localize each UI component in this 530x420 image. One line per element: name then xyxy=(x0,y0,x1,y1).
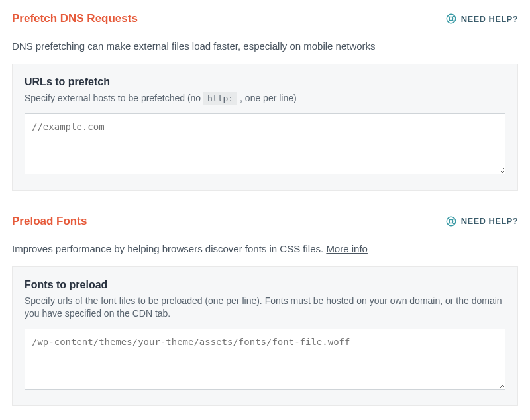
preload-panel-desc: Specify urls of the font files to be pre… xyxy=(25,295,505,321)
svg-line-9 xyxy=(452,218,454,220)
svg-point-7 xyxy=(449,219,452,223)
prefetch-dns-section: Prefetch DNS Requests NEED HELP? DNS pre… xyxy=(12,12,518,191)
prefetch-desc-after: , one per line) xyxy=(240,93,297,103)
prefetch-description: DNS prefetching can make external files … xyxy=(12,40,518,52)
preload-panel: Fonts to preload Specify urls of the fon… xyxy=(12,266,518,406)
preload-help-link[interactable]: NEED HELP? xyxy=(445,215,518,227)
svg-line-3 xyxy=(452,15,454,17)
lifebuoy-icon xyxy=(445,13,457,25)
prefetch-title: Prefetch DNS Requests xyxy=(12,12,138,25)
svg-line-8 xyxy=(448,218,450,220)
svg-line-2 xyxy=(448,15,450,17)
preload-desc-text: Improves performance by helping browsers… xyxy=(12,243,326,254)
prefetch-panel: URLs to prefetch Specify external hosts … xyxy=(12,64,518,191)
more-info-link[interactable]: More info xyxy=(326,243,368,254)
prefetch-panel-desc: Specify external hosts to be prefetched … xyxy=(25,92,505,105)
svg-point-1 xyxy=(449,17,452,20)
preload-fonts-section: Preload Fonts NEED HELP? Improves perfor… xyxy=(12,215,518,406)
preload-panel-title: Fonts to preload xyxy=(25,279,505,291)
lifebuoy-icon xyxy=(445,215,457,227)
prefetch-desc-code: http: xyxy=(203,92,237,105)
prefetch-header: Prefetch DNS Requests NEED HELP? xyxy=(12,12,518,32)
help-label: NEED HELP? xyxy=(461,14,518,24)
preload-fonts-input[interactable] xyxy=(25,329,505,390)
svg-line-5 xyxy=(452,20,454,22)
prefetch-urls-input[interactable] xyxy=(25,113,505,174)
svg-line-4 xyxy=(448,20,450,22)
prefetch-panel-title: URLs to prefetch xyxy=(25,76,505,88)
svg-line-10 xyxy=(448,222,450,224)
help-label: NEED HELP? xyxy=(461,216,518,226)
preload-description: Improves performance by helping browsers… xyxy=(12,243,518,254)
prefetch-desc-before: Specify external hosts to be prefetched … xyxy=(25,93,203,103)
prefetch-help-link[interactable]: NEED HELP? xyxy=(445,13,518,25)
preload-title: Preload Fonts xyxy=(12,215,87,228)
preload-header: Preload Fonts NEED HELP? xyxy=(12,215,518,235)
svg-line-11 xyxy=(452,222,454,224)
